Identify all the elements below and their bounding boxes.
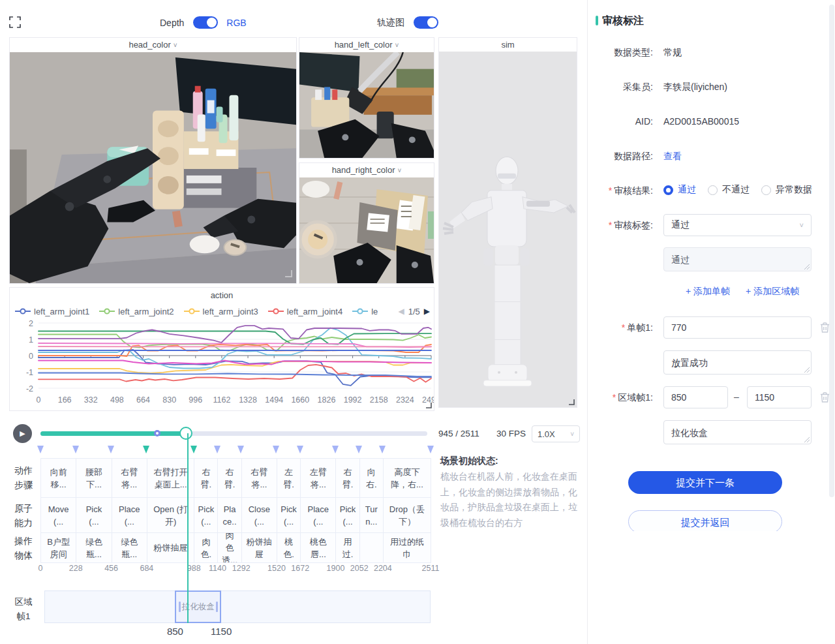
play-button[interactable]: ▶: [13, 424, 32, 443]
resize-grip-icon[interactable]: [568, 398, 575, 405]
hand-left-title[interactable]: hand_left_color˅: [299, 38, 434, 52]
timeline-marker[interactable]: [427, 446, 434, 453]
timeline-marker[interactable]: [273, 446, 279, 453]
operated-object-cell[interactable]: 用过.: [335, 532, 359, 563]
atomic-ability-cell[interactable]: Pick (...: [76, 497, 112, 533]
atomic-ability-cell[interactable]: Place (...: [112, 497, 147, 533]
region-end-input[interactable]: [747, 386, 812, 408]
radio-label: 不通过: [722, 184, 750, 196]
operated-object-cell[interactable]: B户型房间: [40, 532, 76, 563]
operated-object-cell[interactable]: [359, 532, 384, 563]
atomic-ability-cell[interactable]: Turn...: [359, 497, 384, 533]
head-color-title[interactable]: head_color˅: [10, 38, 296, 52]
operated-object-cell[interactable]: 绿色瓶...: [112, 532, 147, 563]
action-step-cell[interactable]: 腰部下...: [76, 458, 112, 498]
single-frame-input[interactable]: [663, 316, 812, 339]
chevron-down-icon: ˅: [570, 431, 574, 438]
operated-object-cell[interactable]: 肉色.: [194, 532, 218, 563]
region-frame-note[interactable]: 拉化妆盒: [663, 420, 812, 444]
svg-text:166: 166: [58, 395, 72, 405]
head-color-panel: head_color˅: [9, 37, 297, 284]
add-region-frame-link[interactable]: + 添加区域帧: [746, 286, 799, 298]
single-frame-note[interactable]: 放置成功: [663, 350, 812, 375]
review-result-radio-selected[interactable]: 通过: [663, 184, 696, 196]
timeline-marker[interactable]: [37, 446, 44, 453]
panel-scrollbar[interactable]: [829, 5, 834, 497]
legend-item[interactable]: left_arm_joint3: [184, 307, 258, 316]
submit-next-button[interactable]: 提交并下一条: [628, 471, 782, 494]
trajectory-toggle[interactable]: [414, 16, 438, 29]
add-single-frame-link[interactable]: + 添加单帧: [686, 286, 730, 298]
svg-text:1162: 1162: [213, 395, 230, 405]
data-path-view-link[interactable]: 查看: [663, 151, 682, 162]
hand-right-title[interactable]: hand_right_color˅: [299, 163, 434, 177]
review-tag-note[interactable]: 通过: [663, 247, 812, 271]
legend-item[interactable]: left_arm_joint1: [15, 307, 89, 316]
timeline-marker[interactable]: [332, 446, 339, 453]
axis-tick-label: 0: [38, 564, 43, 573]
timeline-slider-handle[interactable]: [179, 427, 192, 440]
timeline-marker[interactable]: [72, 446, 79, 453]
band-left-handle[interactable]: [179, 602, 181, 612]
depth-rgb-toggle[interactable]: [193, 16, 218, 29]
operated-object-cell[interactable]: 粉饼抽屉: [241, 532, 277, 563]
region-track[interactable]: [44, 590, 431, 623]
action-step-cell[interactable]: 向右.: [359, 458, 384, 498]
action-step-cell[interactable]: 左臂.: [277, 458, 301, 498]
axis-tick-label: 2511: [422, 564, 440, 573]
timeline-marker[interactable]: [297, 446, 303, 453]
atomic-ability-cell[interactable]: Place (...: [300, 497, 336, 533]
operated-object-cell[interactable]: 桃色.: [277, 532, 301, 563]
current-frame-line: [187, 433, 189, 623]
timeline-marker[interactable]: [108, 446, 114, 453]
region-band[interactable]: 拉化妆盒: [175, 590, 221, 623]
svg-text:1992: 1992: [344, 395, 362, 405]
action-step-cell[interactable]: 右臂.: [335, 458, 359, 498]
operated-object-cell[interactable]: 用过的纸巾: [383, 532, 431, 563]
fullscreen-icon[interactable]: [9, 16, 21, 28]
submit-return-button[interactable]: 提交并返回: [628, 510, 782, 531]
legend-prev-icon[interactable]: ◀: [398, 307, 404, 316]
legend-next-icon[interactable]: ▶: [424, 307, 430, 316]
action-step-cell[interactable]: 向前移...: [40, 458, 76, 498]
band-right-handle[interactable]: [216, 602, 218, 612]
operated-object-cell[interactable]: 肉色透...: [217, 532, 241, 563]
single-frame-marker-dot[interactable]: [154, 430, 160, 437]
legend-item[interactable]: left_arm_joint4: [268, 307, 342, 316]
action-step-cell[interactable]: 右臂将...: [112, 458, 147, 498]
timeline-marker[interactable]: [190, 446, 197, 453]
action-step-cell[interactable]: 右臂.: [217, 458, 241, 498]
resize-grip-icon[interactable]: [425, 401, 432, 408]
aid-label: AID:: [588, 116, 653, 127]
action-step-cell[interactable]: 高度下降，右...: [383, 458, 431, 498]
legend-item[interactable]: le: [352, 307, 378, 316]
review-tag-select[interactable]: 通过˅: [663, 214, 812, 236]
atomic-ability-cell[interactable]: Close (...: [241, 497, 277, 533]
legend-item-label: left_arm_joint4: [287, 307, 342, 316]
timeline-marker[interactable]: [143, 446, 149, 453]
review-result-radio-option[interactable]: 异常数据: [761, 184, 812, 196]
timeline-marker[interactable]: [237, 446, 244, 453]
timeline-marker[interactable]: [379, 446, 386, 453]
atomic-ability-cell[interactable]: Move (...: [40, 497, 76, 533]
region-start-input[interactable]: [663, 386, 728, 408]
svg-text:2158: 2158: [370, 395, 388, 405]
depth-label: Depth: [160, 18, 184, 28]
action-step-cell[interactable]: 左臂将...: [300, 458, 336, 498]
operated-object-cell[interactable]: 绿色瓶...: [76, 532, 112, 563]
legend-item[interactable]: left_arm_joint2: [99, 307, 174, 316]
timeline-marker[interactable]: [214, 446, 220, 453]
operated-object-cell[interactable]: 桃色唇...: [300, 532, 336, 563]
timeline-marker[interactable]: [356, 446, 362, 453]
atomic-ability-cell[interactable]: Place..: [217, 497, 241, 533]
atomic-ability-cell[interactable]: Drop（丢下）: [383, 497, 431, 533]
legend-series-icon: [184, 308, 200, 314]
action-step-cell[interactable]: 右臂将...: [241, 458, 277, 498]
speed-select[interactable]: 1.0X˅: [532, 425, 580, 442]
atomic-ability-cell[interactable]: Pick (...: [335, 497, 359, 533]
atomic-ability-cell[interactable]: Pick (...: [194, 497, 218, 533]
review-result-radio-option[interactable]: 不通过: [708, 184, 750, 196]
action-step-cell[interactable]: 右臂.: [194, 458, 218, 498]
atomic-ability-cell[interactable]: Pick (...: [277, 497, 301, 533]
sim-title[interactable]: sim: [439, 38, 577, 52]
